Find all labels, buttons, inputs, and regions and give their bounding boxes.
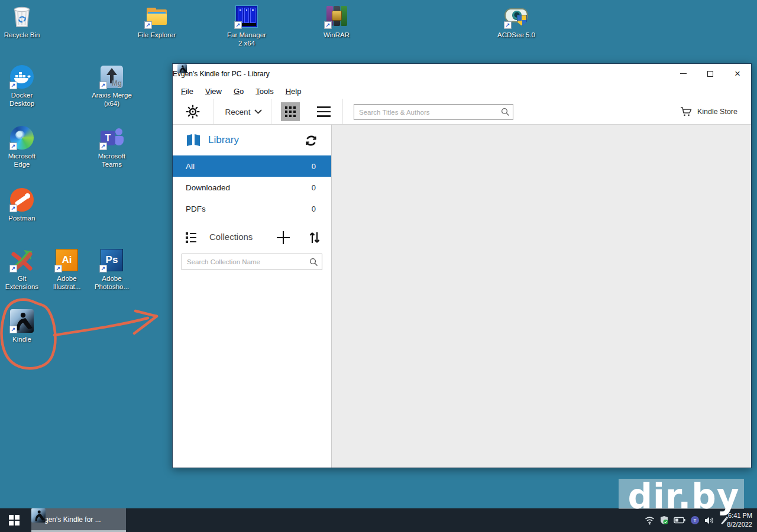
wifi-icon[interactable] <box>645 516 655 525</box>
teams-tray-icon[interactable]: T <box>690 515 700 525</box>
windows-logo-icon <box>9 515 20 525</box>
desktop-icon-photoshop[interactable]: Ps ↗ Adobe Photosho... <box>85 248 139 291</box>
taskbar-item-kindle[interactable]: Evgen's Kindle for ... <box>31 508 126 532</box>
kindle-window: Evgen's Kindle for PC - Library × File V… <box>172 63 752 468</box>
desktop-icon-kindle[interactable]: ↗ Kindle <box>0 309 49 343</box>
watermark-background <box>619 479 744 509</box>
battery-icon[interactable] <box>674 517 685 524</box>
library-search-input[interactable] <box>354 104 513 120</box>
edge-swirl-icon: ↗ <box>10 126 34 150</box>
recycle-bin-icon <box>10 5 34 28</box>
count-badge: 0 <box>312 162 316 171</box>
menu-help[interactable]: Help <box>280 85 308 98</box>
desktop-icon-file-explorer[interactable]: ↗ File Explorer <box>130 5 184 39</box>
system-tray: T <box>645 508 729 532</box>
far-manager-icon: ↗ <box>235 5 258 28</box>
menu-bar: File View Go Tools Help <box>173 83 751 99</box>
close-button[interactable]: × <box>724 64 751 83</box>
count-badge: 0 <box>312 205 316 213</box>
shortcut-arrow-icon: ↗ <box>99 265 107 273</box>
start-button[interactable] <box>0 508 28 532</box>
sort-arrows-icon <box>308 231 321 245</box>
library-filter-all[interactable]: All 0 <box>173 155 331 177</box>
git-extensions-icon: ↗ <box>10 248 34 272</box>
library-filter-downloaded[interactable]: Downloaded 0 <box>173 177 331 198</box>
refresh-icon <box>305 134 318 147</box>
maximize-icon <box>707 71 713 77</box>
shortcut-arrow-icon: ↗ <box>9 205 17 212</box>
desktop-icon-docker[interactable]: ↗ Docker Desktop <box>0 65 49 108</box>
window-kindle-icon <box>177 64 187 73</box>
collections-title: Collections <box>209 232 253 242</box>
sync-button[interactable] <box>304 134 318 148</box>
acdsee-eye-icon: ↗ <box>504 5 528 28</box>
collection-search-input[interactable] <box>182 254 322 270</box>
desktop-icon-araxis-merge[interactable]: Mg ↗ Araxis Merge (x64) <box>85 65 139 108</box>
desktop-icon-acdsee[interactable]: ↗ ACDSee 5.0 <box>489 5 544 39</box>
kindle-reader-icon: ↗ <box>10 309 34 333</box>
volume-icon[interactable] <box>704 516 715 525</box>
kindle-store-label: Kindle Store <box>697 108 737 116</box>
menu-tools[interactable]: Tools <box>250 85 279 98</box>
sort-collections-button[interactable] <box>306 229 323 246</box>
taskbar: Evgen's Kindle for ... T <box>0 508 757 532</box>
library-title: Library <box>208 134 239 146</box>
desktop-icon-postman[interactable]: ↗ Postman <box>0 188 49 222</box>
desktop-icon-label: Recycle Bin <box>0 31 49 39</box>
grid-view-icon <box>285 106 296 117</box>
taskbar-item-label: Evgen's Kindle for ... <box>36 515 101 524</box>
library-filter-list: All 0 Downloaded 0 PDFs 0 <box>173 155 331 219</box>
title-bar[interactable]: Evgen's Kindle for PC - Library × <box>173 64 751 83</box>
desktop-icon-edge[interactable]: ↗ Microsoft Edge <box>0 126 49 168</box>
cart-icon <box>680 106 693 117</box>
araxis-merge-icon: Mg ↗ <box>100 65 124 89</box>
sort-order-value: Recent <box>225 108 251 116</box>
svg-text:T: T <box>694 518 697 523</box>
list-view-button[interactable] <box>314 102 333 121</box>
kindle-taskbar-icon <box>31 508 46 523</box>
sort-order-dropdown[interactable]: Recent <box>220 102 267 121</box>
open-book-icon <box>186 134 201 149</box>
shortcut-arrow-icon: ↗ <box>54 265 62 273</box>
shortcut-arrow-icon: ↗ <box>99 142 107 150</box>
collection-search <box>182 254 322 270</box>
tray-time: 6:41 PM <box>728 511 752 520</box>
tray-clock[interactable]: 6:41 PM 8/2/2022 <box>718 508 755 532</box>
search-icon <box>309 258 318 267</box>
shortcut-arrow-icon: ↗ <box>9 265 17 273</box>
search-icon <box>501 108 510 116</box>
adobe-illustrator-icon: Ai ↗ <box>55 248 79 272</box>
desktop-icon-recycle-bin[interactable]: Recycle Bin <box>0 5 49 39</box>
desktop-icon-winrar[interactable]: ↗ WinRAR <box>309 5 364 39</box>
desktop: Recycle Bin ↗ File Explorer ↗ Far Manage… <box>0 0 757 532</box>
desktop-icon-teams[interactable]: T ↗ Microsoft Teams <box>85 126 139 168</box>
add-collection-button[interactable] <box>276 230 291 245</box>
menu-file[interactable]: File <box>175 85 199 98</box>
brightness-button[interactable] <box>181 102 205 121</box>
list-bullets-icon <box>186 232 196 243</box>
menu-go[interactable]: Go <box>228 85 250 98</box>
desktop-icon-far-manager[interactable]: ↗ Far Manager 2 x64 <box>219 5 274 47</box>
shortcut-arrow-icon: ↗ <box>324 21 332 29</box>
maximize-button[interactable] <box>697 64 724 83</box>
list-view-icon <box>317 106 331 117</box>
shortcut-arrow-icon: ↗ <box>504 21 512 29</box>
kindle-store-button[interactable]: Kindle Store <box>680 102 737 121</box>
window-title: Evgen's Kindle for PC - Library <box>173 70 270 78</box>
security-shield-icon[interactable] <box>659 515 669 525</box>
toolbar: Recent Kindle Sto <box>173 99 751 125</box>
sun-icon <box>186 105 200 119</box>
shortcut-arrow-icon: ↗ <box>9 142 17 150</box>
library-search <box>354 104 513 120</box>
grid-view-button[interactable] <box>281 102 300 121</box>
minimize-button[interactable] <box>669 64 697 83</box>
library-sidebar: Library All 0 <box>173 125 332 468</box>
shortcut-arrow-icon: ↗ <box>234 21 242 29</box>
teams-icon: T ↗ <box>100 126 124 150</box>
file-explorer-folder-icon: ↗ <box>145 5 169 28</box>
library-filter-pdfs[interactable]: PDFs 0 <box>173 198 331 219</box>
menu-view[interactable]: View <box>199 85 228 98</box>
shortcut-arrow-icon: ↗ <box>9 326 17 333</box>
library-content-area <box>332 125 751 468</box>
count-badge: 0 <box>312 183 316 192</box>
